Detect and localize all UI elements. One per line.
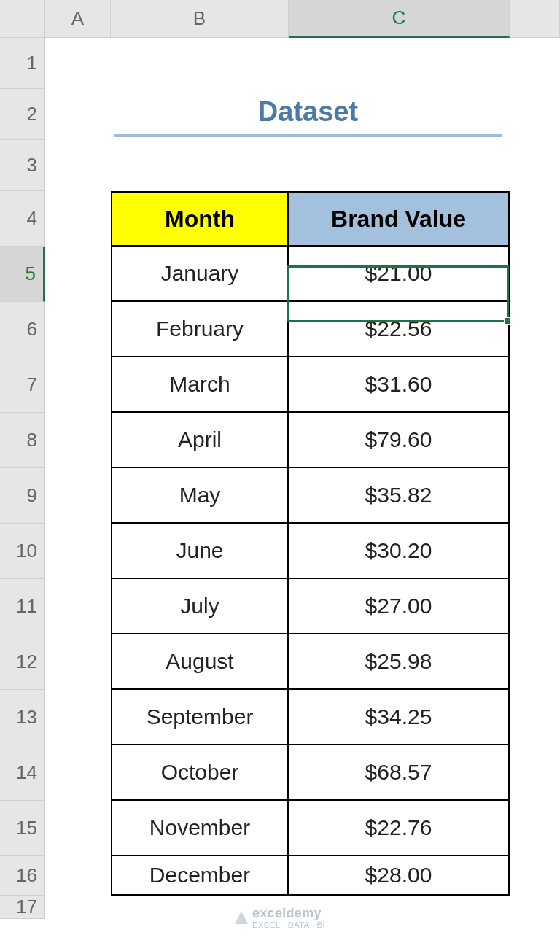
row-header-4[interactable]: 4	[0, 191, 45, 247]
cell-A6[interactable]	[45, 302, 111, 357]
watermark: exceldemy EXCEL · DATA · BI	[235, 906, 325, 929]
cell-D16[interactable]	[510, 856, 560, 896]
dataset-title[interactable]: Dataset	[114, 89, 502, 137]
cell-value-10[interactable]: $22.76	[289, 801, 510, 856]
row-header-13[interactable]: 13	[0, 690, 45, 745]
cell-month-9[interactable]: October	[111, 745, 289, 801]
cell-D2[interactable]	[510, 89, 560, 140]
cell-value-11[interactable]: $28.00	[289, 856, 510, 896]
cell-D8[interactable]	[510, 413, 560, 468]
cell-B3[interactable]	[111, 140, 289, 191]
cell-month-7[interactable]: August	[111, 634, 289, 690]
row-header-9[interactable]: 9	[0, 468, 45, 524]
cell-D1[interactable]	[510, 38, 560, 89]
cell-month-3[interactable]: April	[111, 413, 289, 468]
cell-A8[interactable]	[45, 413, 111, 468]
row-header-17[interactable]: 17	[0, 896, 45, 919]
cell-month-1[interactable]: February	[111, 302, 289, 357]
cell-month-11[interactable]: December	[111, 856, 289, 896]
cell-value-3[interactable]: $79.60	[289, 413, 510, 468]
cell-A3[interactable]	[45, 140, 111, 191]
row-header-12[interactable]: 12	[0, 634, 45, 690]
cell-C3[interactable]	[289, 140, 510, 191]
cell-month-4[interactable]: May	[111, 468, 289, 524]
cell-A7[interactable]	[45, 357, 111, 413]
cell-month-5[interactable]: June	[111, 524, 289, 579]
row-header-10[interactable]: 10	[0, 524, 45, 579]
cell-value-4[interactable]: $35.82	[289, 468, 510, 524]
cell-D6[interactable]	[510, 302, 560, 357]
cell-value-2[interactable]: $31.60	[289, 357, 510, 413]
select-all-corner[interactable]	[0, 0, 45, 38]
cell-A9[interactable]	[45, 468, 111, 524]
cell-D17[interactable]	[510, 896, 560, 919]
cell-D10[interactable]	[510, 524, 560, 579]
cell-A15[interactable]	[45, 801, 111, 856]
watermark-brand: exceldemy	[252, 906, 322, 920]
cell-D5[interactable]	[510, 247, 560, 302]
cell-A16[interactable]	[45, 856, 111, 896]
cell-A17[interactable]	[45, 896, 111, 919]
row-header-11[interactable]: 11	[0, 579, 45, 634]
row-header-2[interactable]: 2	[0, 89, 45, 140]
cell-value-6[interactable]: $27.00	[289, 579, 510, 634]
cell-month-8[interactable]: September	[111, 690, 289, 745]
spreadsheet-grid: A B C 1 2 Dataset 3 4 Month Brand Value …	[0, 0, 560, 919]
row-header-6[interactable]: 6	[0, 302, 45, 357]
cell-D15[interactable]	[510, 801, 560, 856]
table-header-brand-value[interactable]: Brand Value	[289, 191, 510, 247]
cell-B1[interactable]	[111, 38, 289, 89]
cell-D3[interactable]	[510, 140, 560, 191]
cell-month-2[interactable]: March	[111, 357, 289, 413]
cell-value-0[interactable]: $21.00	[289, 247, 510, 302]
cell-month-6[interactable]: July	[111, 579, 289, 634]
col-header-A[interactable]: A	[45, 0, 111, 38]
col-header-B[interactable]: B	[111, 0, 289, 38]
row-header-16[interactable]: 16	[0, 856, 45, 896]
cell-A4[interactable]	[45, 191, 111, 247]
cell-D7[interactable]	[510, 357, 560, 413]
cell-A11[interactable]	[45, 579, 111, 634]
row-header-1[interactable]: 1	[0, 38, 45, 89]
row-header-7[interactable]: 7	[0, 357, 45, 413]
cell-D9[interactable]	[510, 468, 560, 524]
cell-A14[interactable]	[45, 745, 111, 801]
cell-C1[interactable]	[289, 38, 510, 89]
cell-D4[interactable]	[510, 191, 560, 247]
watermark-tag: EXCEL · DATA · BI	[252, 921, 325, 929]
row-header-8[interactable]: 8	[0, 413, 45, 468]
watermark-icon	[235, 911, 248, 924]
row-header-15[interactable]: 15	[0, 801, 45, 856]
row-header-3[interactable]: 3	[0, 140, 45, 191]
cell-month-0[interactable]: January	[111, 247, 289, 302]
cell-D13[interactable]	[510, 690, 560, 745]
cell-D14[interactable]	[510, 745, 560, 801]
cell-value-9[interactable]: $68.57	[289, 745, 510, 801]
table-header-month[interactable]: Month	[111, 191, 289, 247]
cell-month-10[interactable]: November	[111, 801, 289, 856]
cell-D12[interactable]	[510, 634, 560, 690]
cell-A2[interactable]	[45, 89, 111, 140]
cell-A5[interactable]	[45, 247, 111, 302]
cell-value-1[interactable]: $22.56	[289, 302, 510, 357]
cell-A10[interactable]	[45, 524, 111, 579]
cell-A13[interactable]	[45, 690, 111, 745]
row-header-14[interactable]: 14	[0, 745, 45, 801]
cell-value-7[interactable]: $25.98	[289, 634, 510, 690]
cell-D11[interactable]	[510, 579, 560, 634]
row-header-5[interactable]: 5	[0, 247, 45, 302]
cell-value-5[interactable]: $30.20	[289, 524, 510, 579]
col-header-blank[interactable]	[510, 0, 560, 38]
cell-value-8[interactable]: $34.25	[289, 690, 510, 745]
col-header-C[interactable]: C	[289, 0, 510, 38]
cell-A12[interactable]	[45, 634, 111, 690]
cell-A1[interactable]	[45, 38, 111, 89]
